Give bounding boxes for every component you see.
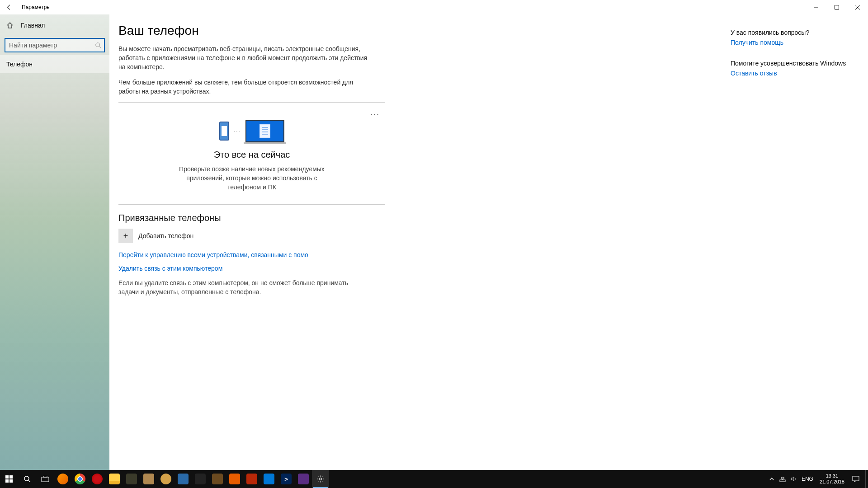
task-view-button[interactable] — [36, 470, 54, 488]
laptop-icon — [245, 120, 284, 142]
taskbar-app-vscode[interactable] — [260, 470, 278, 488]
taskbar-app-settings[interactable] — [312, 470, 329, 488]
maximize-button[interactable] — [826, 0, 847, 14]
windows-icon — [5, 475, 13, 483]
svg-point-6 — [24, 476, 29, 481]
tray-volume-button[interactable] — [788, 470, 799, 488]
taskbar-app-9[interactable] — [295, 470, 312, 488]
maximize-icon — [835, 5, 839, 9]
app-icon — [229, 474, 240, 484]
firefox-icon — [57, 474, 68, 484]
svg-line-5 — [99, 47, 101, 48]
plus-icon: + — [118, 229, 133, 243]
divider — [118, 204, 385, 205]
add-phone-button[interactable]: + Добавить телефон — [118, 229, 408, 243]
search-icon — [95, 42, 101, 48]
svg-rect-9 — [43, 476, 47, 477]
sidebar-item-label: Телефон — [6, 61, 33, 68]
taskbar-app-6[interactable] — [209, 470, 226, 488]
ellipsis-icon: ··· — [370, 110, 380, 119]
app-icon — [212, 474, 223, 484]
app-icon — [298, 474, 309, 484]
svg-rect-1 — [835, 5, 839, 9]
svg-rect-8 — [42, 477, 49, 482]
network-icon — [779, 476, 786, 482]
recommendation-card: ··· ···· Это все на сейчас Проверьте поз… — [118, 110, 385, 201]
vscode-icon — [264, 474, 274, 484]
start-button[interactable] — [0, 470, 18, 488]
home-icon — [6, 22, 14, 29]
get-help-link[interactable]: Получить помощь — [731, 39, 857, 46]
feedback-link[interactable]: Оставить отзыв — [731, 70, 857, 77]
taskbar-app-1[interactable] — [123, 470, 140, 488]
card-more-button[interactable]: ··· — [370, 110, 380, 119]
svg-rect-11 — [780, 480, 785, 482]
close-button[interactable] — [847, 0, 868, 14]
app-icon — [246, 474, 257, 484]
divider — [118, 102, 385, 103]
content-area: Ваш телефон Вы можете начать просматрива… — [109, 14, 868, 470]
taskbar-clock[interactable]: 13:31 21.07.2018 — [816, 473, 848, 485]
titlebar: Параметры — [0, 0, 868, 14]
card-subtitle: Проверьте позже наличие новых рекомендуе… — [175, 164, 329, 192]
help-panel: У вас появились вопросы? Получить помощь… — [731, 23, 857, 470]
taskbar-app-5[interactable] — [192, 470, 209, 488]
unlink-note: Если вы удалите связь с этим компьютером… — [118, 278, 354, 296]
tray-network-button[interactable] — [777, 470, 788, 488]
sidebar-home-label: Главная — [21, 22, 45, 29]
action-center-button[interactable] — [848, 470, 863, 488]
search-box[interactable] — [5, 38, 105, 52]
add-phone-label: Добавить телефон — [138, 232, 193, 239]
intro-paragraph-1: Вы можете начать просматривать веб-стран… — [118, 44, 372, 71]
powershell-icon: > — [281, 474, 292, 484]
page-title: Ваш телефон — [118, 23, 408, 38]
arrow-left-icon — [6, 4, 12, 10]
notification-icon — [852, 476, 859, 482]
document-icon — [259, 124, 270, 138]
window-controls — [806, 0, 868, 14]
manage-devices-link[interactable]: Перейти к управлению всеми устройствами,… — [118, 251, 372, 258]
volume-icon — [790, 476, 797, 482]
intro-paragraph-2: Чем больше приложений вы свяжете, тем бо… — [118, 78, 372, 96]
svg-point-10 — [320, 478, 322, 480]
sync-dots-icon: ···· — [234, 129, 241, 134]
app-icon — [126, 474, 137, 484]
search-icon — [24, 475, 31, 483]
search-input[interactable] — [9, 42, 95, 49]
close-icon — [855, 5, 860, 9]
unlink-pc-link[interactable]: Удалить связь с этим компьютером — [118, 265, 372, 272]
taskbar-app-3[interactable] — [157, 470, 175, 488]
tray-overflow-button[interactable] — [766, 470, 777, 488]
svg-point-4 — [96, 43, 100, 47]
app-icon — [195, 474, 206, 484]
gear-icon — [316, 475, 325, 483]
app-icon — [143, 474, 154, 484]
taskbar-app-firefox[interactable] — [54, 470, 71, 488]
minimize-icon — [814, 5, 818, 9]
taskbar-app-4[interactable] — [175, 470, 192, 488]
phone-pc-illustration: ···· — [118, 120, 385, 142]
settings-sidebar: Главная Телефон — [0, 14, 109, 470]
language-indicator[interactable]: ENG — [799, 476, 816, 482]
app-icon — [178, 474, 189, 484]
svg-rect-14 — [853, 476, 859, 481]
taskbar-search-button[interactable] — [18, 470, 36, 488]
back-button[interactable] — [0, 0, 18, 14]
taskbar-app-8[interactable] — [243, 470, 260, 488]
minimize-button[interactable] — [806, 0, 826, 14]
card-title: Это все на сейчас — [118, 150, 385, 160]
taskbar-app-explorer[interactable] — [106, 470, 123, 488]
opera-icon — [92, 474, 103, 484]
taskbar-app-2[interactable] — [140, 470, 157, 488]
svg-rect-12 — [781, 477, 784, 479]
svg-line-7 — [28, 480, 30, 482]
linked-phones-heading: Привязанные телефоны — [118, 213, 408, 223]
help-heading: У вас появились вопросы? — [731, 29, 857, 36]
taskbar-app-opera[interactable] — [89, 470, 106, 488]
sidebar-item-phone[interactable]: Телефон — [0, 55, 109, 73]
taskbar-app-chrome[interactable] — [71, 470, 89, 488]
taskbar-app-powershell[interactable]: > — [278, 470, 295, 488]
sidebar-home[interactable]: Главная — [0, 16, 109, 34]
show-desktop-button[interactable] — [865, 470, 868, 488]
taskbar-app-7[interactable] — [226, 470, 243, 488]
